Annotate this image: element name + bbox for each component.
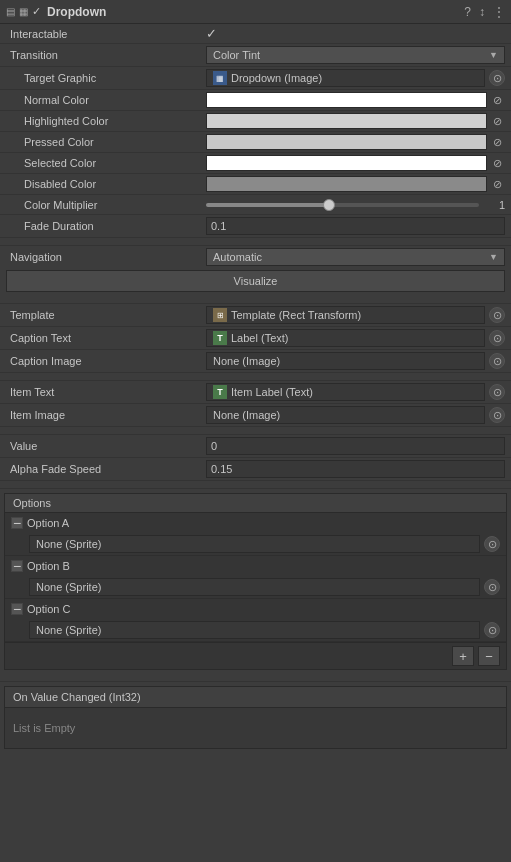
- highlighted-color-row: Highlighted Color ⊘: [0, 111, 511, 132]
- option-b-sprite-pick-btn[interactable]: ⊙: [484, 579, 500, 595]
- template-pick-btn[interactable]: ⊙: [489, 307, 505, 323]
- grid-small-icon[interactable]: ▤: [6, 6, 15, 17]
- caption-text-label: Caption Text: [6, 332, 206, 344]
- value-row: Value: [0, 435, 511, 458]
- interactable-checkbox[interactable]: ✓: [206, 26, 217, 41]
- slider-thumb[interactable]: [323, 199, 335, 211]
- navigation-dropdown[interactable]: Automatic ▼: [206, 248, 505, 266]
- color-multiplier-row: Color Multiplier 1: [0, 195, 511, 215]
- pressed-color-swatch[interactable]: [206, 134, 487, 150]
- enabled-check[interactable]: ✓: [32, 5, 41, 18]
- target-graphic-label: Target Graphic: [6, 72, 206, 84]
- option-c-sprite-row: None (Sprite) ⊙: [5, 619, 506, 641]
- options-section: Options − Option A None (Sprite) ⊙ − Opt…: [4, 493, 507, 670]
- eyedropper-icon[interactable]: ⊘: [489, 157, 505, 170]
- option-c-sprite-pick-btn[interactable]: ⊙: [484, 622, 500, 638]
- selected-color-value: ⊘: [206, 155, 505, 171]
- grid-icon[interactable]: ▦: [19, 6, 28, 17]
- color-multiplier-track[interactable]: [206, 203, 479, 207]
- eyedropper-icon[interactable]: ⊘: [489, 178, 505, 191]
- rect-transform-icon: ⊞: [213, 308, 227, 322]
- normal-color-row: Normal Color ⊘: [0, 90, 511, 111]
- option-a-row: − Option A: [5, 513, 506, 533]
- image-icon: ▦: [213, 71, 227, 85]
- color-multiplier-display: 1: [485, 199, 505, 211]
- option-a-sprite-text: None (Sprite): [36, 538, 101, 550]
- item-text-field[interactable]: T Item Label (Text): [206, 383, 485, 401]
- highlighted-color-swatch[interactable]: [206, 113, 487, 129]
- template-text: Template (Rect Transform): [231, 309, 361, 321]
- visualize-button[interactable]: Visualize: [6, 270, 505, 292]
- event-header: On Value Changed (Int32): [5, 687, 506, 708]
- transition-dropdown[interactable]: Color Tint ▼: [206, 46, 505, 64]
- caption-text-value: T Label (Text) ⊙: [206, 329, 505, 347]
- template-row: Template ⊞ Template (Rect Transform) ⊙: [0, 304, 511, 327]
- menu-icon[interactable]: ⋮: [493, 5, 505, 19]
- disabled-color-swatch[interactable]: [206, 176, 487, 192]
- value-input[interactable]: [206, 437, 505, 455]
- context-icon[interactable]: ↕: [479, 5, 485, 19]
- caption-text-pick-btn[interactable]: ⊙: [489, 330, 505, 346]
- option-c-remove-btn[interactable]: −: [11, 603, 23, 615]
- template-field[interactable]: ⊞ Template (Rect Transform): [206, 306, 485, 324]
- item-image-text: None (Image): [213, 409, 280, 421]
- option-b-sprite-field[interactable]: None (Sprite): [29, 578, 480, 596]
- option-c-row: − Option C: [5, 599, 506, 619]
- option-b-row: − Option B: [5, 556, 506, 576]
- eyedropper-icon[interactable]: ⊘: [489, 136, 505, 149]
- item-image-field[interactable]: None (Image): [206, 406, 485, 424]
- normal-color-label: Normal Color: [6, 94, 206, 106]
- list-item: − Option C None (Sprite) ⊙: [5, 599, 506, 642]
- text-icon: T: [213, 331, 227, 345]
- spacer-3: [0, 373, 511, 381]
- target-graphic-field[interactable]: ▦ Dropdown (Image): [206, 69, 485, 87]
- alpha-fade-speed-label: Alpha Fade Speed: [6, 463, 206, 475]
- eyedropper-icon[interactable]: ⊘: [489, 94, 505, 107]
- option-b-name: Option B: [27, 560, 500, 572]
- option-a-sprite-row: None (Sprite) ⊙: [5, 533, 506, 555]
- target-graphic-pick-btn[interactable]: ⊙: [489, 70, 505, 86]
- transition-dropdown-text: Color Tint: [213, 49, 260, 61]
- title-bar: ▤ ▦ ✓ Dropdown ? ↕ ⋮: [0, 0, 511, 24]
- add-option-button[interactable]: +: [452, 646, 474, 666]
- option-c-sprite-field[interactable]: None (Sprite): [29, 621, 480, 639]
- disabled-color-row: Disabled Color ⊘: [0, 174, 511, 195]
- highlighted-color-value: ⊘: [206, 113, 505, 129]
- option-a-remove-btn[interactable]: −: [11, 517, 23, 529]
- option-a-name: Option A: [27, 517, 500, 529]
- caption-text-field[interactable]: T Label (Text): [206, 329, 485, 347]
- item-image-pick-btn[interactable]: ⊙: [489, 407, 505, 423]
- option-b-remove-btn[interactable]: −: [11, 560, 23, 572]
- template-label: Template: [6, 309, 206, 321]
- target-graphic-row: Target Graphic ▦ Dropdown (Image) ⊙: [0, 67, 511, 90]
- chevron-down-icon: ▼: [489, 252, 498, 262]
- caption-text-row: Caption Text T Label (Text) ⊙: [0, 327, 511, 350]
- selected-color-row: Selected Color ⊘: [0, 153, 511, 174]
- option-a-sprite-pick-btn[interactable]: ⊙: [484, 536, 500, 552]
- option-a-sprite-field[interactable]: None (Sprite): [29, 535, 480, 553]
- transition-row: Transition Color Tint ▼: [0, 44, 511, 67]
- item-text-row: Item Text T Item Label (Text) ⊙: [0, 381, 511, 404]
- eyedropper-icon[interactable]: ⊘: [489, 115, 505, 128]
- item-text-pick-btn[interactable]: ⊙: [489, 384, 505, 400]
- normal-color-swatch[interactable]: [206, 92, 487, 108]
- alpha-fade-speed-input[interactable]: [206, 460, 505, 478]
- transition-value: Color Tint ▼: [206, 46, 505, 64]
- help-icon[interactable]: ?: [464, 5, 471, 19]
- normal-color-value: ⊘: [206, 92, 505, 108]
- spacer-4: [0, 427, 511, 435]
- fade-duration-row: Fade Duration: [0, 215, 511, 238]
- selected-color-label: Selected Color: [6, 157, 206, 169]
- color-multiplier-value: 1: [206, 199, 505, 211]
- selected-color-swatch[interactable]: [206, 155, 487, 171]
- caption-image-field[interactable]: None (Image): [206, 352, 485, 370]
- spacer-1: [0, 238, 511, 246]
- option-c-name: Option C: [27, 603, 500, 615]
- fade-duration-input[interactable]: [206, 217, 505, 235]
- template-value: ⊞ Template (Rect Transform) ⊙: [206, 306, 505, 324]
- caption-image-pick-btn[interactable]: ⊙: [489, 353, 505, 369]
- event-section: On Value Changed (Int32) List is Empty: [4, 686, 507, 749]
- remove-option-button[interactable]: −: [478, 646, 500, 666]
- option-b-sprite-text: None (Sprite): [36, 581, 101, 593]
- fade-duration-value: [206, 217, 505, 235]
